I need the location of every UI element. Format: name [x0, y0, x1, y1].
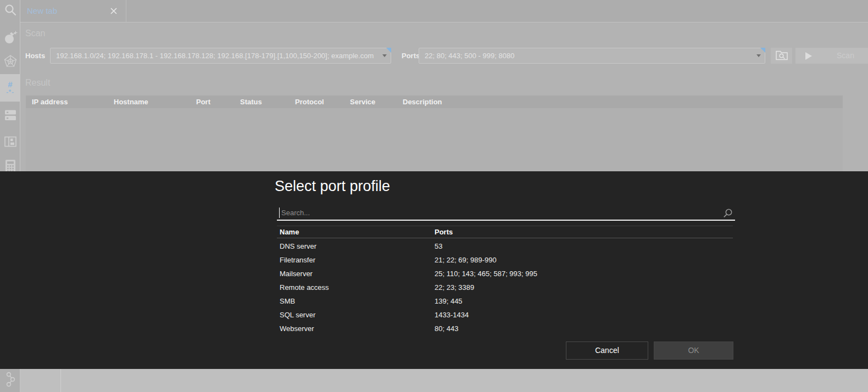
- result-column-header[interactable]: Protocol: [295, 96, 324, 108]
- hosts-label: Hosts: [25, 48, 45, 64]
- column-header-name[interactable]: Name: [280, 226, 299, 238]
- tab-bar: New tab: [20, 0, 868, 22]
- tab-label: New tab: [27, 0, 57, 22]
- profile-name: SMB: [280, 294, 295, 308]
- hosts-corner-badge: [386, 48, 391, 53]
- scan-button[interactable]: Scan: [795, 48, 868, 64]
- folder-search-icon: [775, 49, 789, 63]
- result-column-header[interactable]: IP address: [32, 96, 68, 108]
- text-caret: [279, 208, 280, 218]
- profile-ports: 1433-1434: [435, 308, 469, 322]
- result-table-body: [26, 108, 843, 171]
- sidebar-item-panels[interactable]: [0, 131, 20, 155]
- ports-label: Ports: [402, 48, 420, 64]
- profile-row[interactable]: Remote access22; 23; 3389: [277, 281, 733, 294]
- bottom-panel-divider: [60, 369, 61, 392]
- port-profile-browse-button[interactable]: [771, 48, 792, 64]
- profile-row[interactable]: SQL server1433-1434: [277, 308, 733, 322]
- profile-ports: 21; 22; 69; 989-990: [435, 253, 497, 267]
- profile-row[interactable]: Webserver80; 443: [277, 322, 733, 335]
- profile-name: Mailserver: [280, 267, 313, 281]
- app-window: # -*- New tab: [0, 0, 868, 392]
- sidebar-item-search[interactable]: [0, 0, 20, 22]
- tab-close-icon[interactable]: [109, 7, 118, 15]
- tab-bar-divider: [0, 22, 868, 23]
- tab-new-tab[interactable]: New tab: [20, 0, 126, 22]
- profile-table-header: Name Ports: [277, 226, 733, 238]
- profile-ports: 80; 443: [435, 322, 458, 335]
- layout-panels-icon: [3, 135, 18, 150]
- port-scanner-icon: # -*-: [6, 80, 14, 95]
- profile-row[interactable]: Mailserver25; 110; 143; 465; 587; 993; 9…: [277, 267, 733, 281]
- result-column-header[interactable]: Status: [240, 96, 262, 108]
- search-icon: [4, 3, 17, 19]
- sidebar-item-port-scanner[interactable]: # -*-: [0, 74, 20, 102]
- hosts-input[interactable]: 192.168.1.0/24; 192.168.178.1 - 192.168.…: [50, 48, 391, 64]
- sidebar-item-web[interactable]: [0, 51, 20, 75]
- search-placeholder: Search...: [281, 206, 310, 220]
- result-column-header[interactable]: Hostname: [114, 96, 148, 108]
- result-column-header[interactable]: Description: [403, 96, 442, 108]
- profile-ports: 25; 110; 143; 465; 587; 993; 995: [435, 267, 537, 281]
- profile-ports: 53: [435, 239, 442, 253]
- profile-name: SQL server: [280, 308, 315, 322]
- search-icon: [722, 208, 733, 221]
- result-column-header[interactable]: Service: [350, 96, 375, 108]
- profile-ports: 22; 23; 3389: [435, 281, 474, 294]
- ok-button[interactable]: OK: [654, 341, 733, 360]
- result-section-title: Result: [25, 78, 50, 88]
- sidebar-item-bomb[interactable]: [0, 26, 20, 51]
- profile-row[interactable]: DNS server53: [277, 239, 733, 253]
- hosts-value[interactable]: 192.168.1.0/24; 192.168.178.1 - 192.168.…: [56, 48, 377, 63]
- profile-search-input[interactable]: Search...: [277, 206, 735, 221]
- play-icon: [803, 51, 813, 63]
- select-port-profile-dialog: Select port profile Search... Name Ports…: [0, 171, 868, 369]
- dialog-title: Select port profile: [275, 178, 390, 195]
- spider-web-icon: [3, 54, 18, 71]
- ports-input[interactable]: 22; 80; 443; 500 - 999; 8080: [419, 48, 765, 64]
- column-header-ports[interactable]: Ports: [435, 226, 453, 238]
- cancel-button[interactable]: Cancel: [566, 341, 648, 360]
- branch-icon: [4, 371, 17, 390]
- ports-corner-badge: [760, 48, 765, 53]
- scan-section-title: Scan: [25, 29, 45, 38]
- profile-row[interactable]: Filetransfer21; 22; 69; 989-990: [277, 253, 733, 267]
- profile-name: Remote access: [280, 281, 329, 294]
- ports-value[interactable]: 22; 80; 443; 500 - 999; 8080: [425, 48, 752, 63]
- scan-button-label: Scan: [828, 48, 863, 64]
- sidebar-item-servers[interactable]: [0, 104, 20, 128]
- result-column-header[interactable]: Port: [196, 96, 210, 108]
- result-header-row: IP addressHostnamePortStatusProtocolServ…: [26, 96, 843, 108]
- profile-row[interactable]: SMB139; 445: [277, 294, 733, 308]
- bottom-panel: [20, 369, 868, 392]
- profile-name: Webserver: [280, 322, 314, 335]
- sidebar-item-connections[interactable]: [0, 369, 20, 392]
- profile-ports: 139; 445: [435, 294, 463, 308]
- bomb-icon: [3, 30, 18, 47]
- profile-table-rows: DNS server53Filetransfer21; 22; 69; 989-…: [277, 239, 733, 335]
- profile-name: DNS server: [280, 239, 316, 253]
- servers-icon: [3, 109, 18, 124]
- profile-name: Filetransfer: [280, 253, 315, 267]
